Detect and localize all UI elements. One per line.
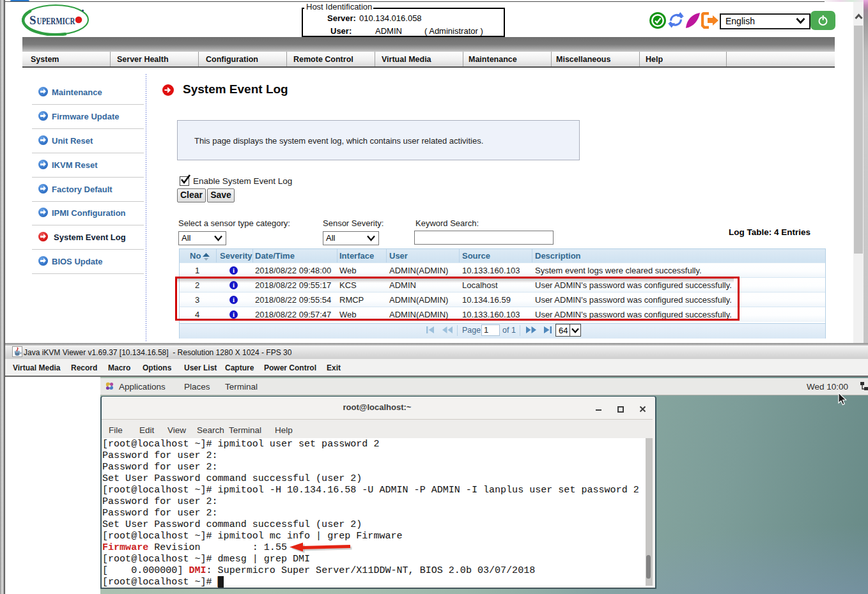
svg-text:S: S xyxy=(29,13,36,27)
svg-text:UPERMICR: UPERMICR xyxy=(37,16,75,26)
